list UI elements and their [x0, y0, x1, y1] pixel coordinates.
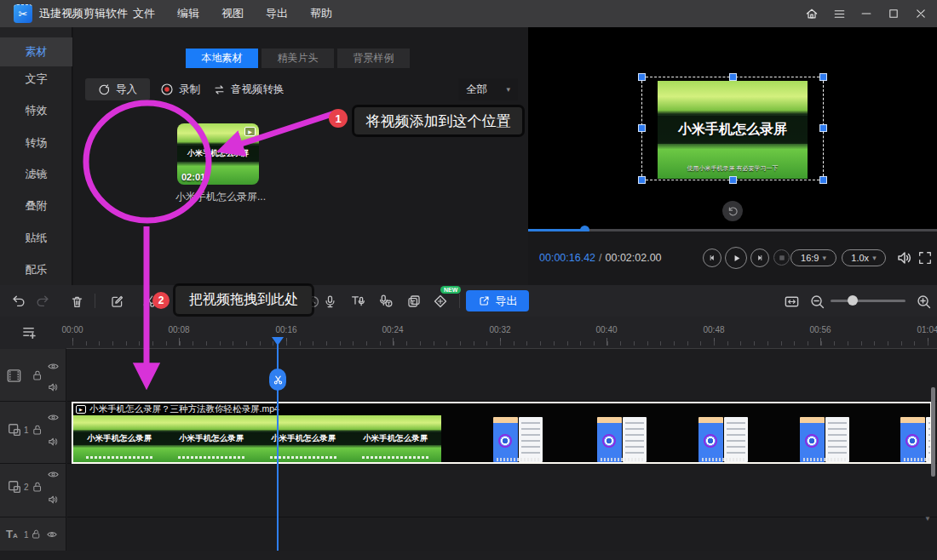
track-header-video	[0, 349, 66, 402]
sidebar-item-filter[interactable]: 滤镜	[0, 160, 72, 189]
fit-timeline-button[interactable]	[782, 292, 801, 311]
maximize-button[interactable]	[886, 6, 901, 21]
scroll-down-icon[interactable]: ▼	[924, 515, 931, 523]
volume-icon[interactable]	[896, 249, 913, 266]
track-header-text: TA 1	[0, 517, 66, 551]
minimize-button[interactable]	[859, 6, 874, 21]
resize-handle-e[interactable]	[820, 125, 826, 131]
undo-button[interactable]	[9, 292, 28, 311]
eye-icon[interactable]	[47, 360, 60, 373]
video-type-icon: ▶	[244, 127, 256, 136]
resize-handle-w[interactable]	[639, 125, 645, 131]
step-tooltip-2: 把视频拖拽到此处	[175, 286, 312, 314]
clip-thumbnail-frame: 小米手机怎么录屏	[257, 415, 349, 462]
ruler-label: 00:40	[595, 325, 617, 334]
export-button[interactable]: 导出	[466, 290, 529, 311]
sidebar-item-sticker[interactable]: 贴纸	[0, 224, 72, 253]
rotate-handle[interactable]	[722, 201, 743, 221]
lock-icon[interactable]	[32, 369, 43, 381]
batch-subtitle-button[interactable]	[405, 292, 423, 311]
menu-edit[interactable]: 编辑	[177, 6, 199, 21]
marker-tag-button[interactable]	[431, 292, 450, 311]
sidebar-item-music[interactable]: 配乐	[0, 255, 72, 284]
lock-icon[interactable]	[31, 529, 42, 540]
sidebar-item-overlay[interactable]: 叠附	[0, 191, 72, 220]
ruler-label: 01:04	[917, 325, 937, 334]
playhead-handle[interactable]	[272, 337, 284, 346]
tab-background-samples[interactable]: 背景样例	[337, 49, 410, 68]
playback-speed-dropdown[interactable]: 1.0x ▾	[842, 249, 886, 266]
window-controls	[804, 0, 928, 27]
track-lane-video[interactable]	[67, 349, 937, 402]
clip-thumbnail-phone	[800, 417, 849, 462]
chevron-down-icon: ▾	[872, 254, 877, 262]
zoom-in-button[interactable]	[914, 292, 933, 311]
play-button[interactable]	[725, 247, 747, 269]
eye-icon[interactable]	[47, 468, 60, 481]
track-lane-pip2[interactable]	[67, 464, 937, 517]
clip-thumbnail-frame: 小米手机怎么录屏	[349, 415, 441, 462]
eye-icon[interactable]	[47, 411, 60, 424]
app-window: ✂ 迅捷视频剪辑软件 文件 编辑 视图 导出 帮助	[0, 0, 937, 560]
menu-file[interactable]: 文件	[133, 6, 155, 21]
voiceover-mic-button[interactable]	[320, 292, 339, 311]
next-frame-button[interactable]	[750, 249, 769, 267]
lock-icon[interactable]	[32, 424, 43, 436]
resize-handle-sw[interactable]	[639, 177, 645, 183]
resize-handle-n[interactable]	[730, 74, 736, 80]
aspect-ratio-dropdown[interactable]: 16:9 ▾	[790, 249, 836, 266]
film-strip-icon	[6, 368, 22, 384]
import-button[interactable]: 导入	[85, 78, 150, 100]
stop-button[interactable]	[773, 249, 790, 266]
add-track-button[interactable]	[21, 324, 37, 340]
convert-button[interactable]: 音视频转换	[213, 78, 285, 100]
home-icon[interactable]	[804, 6, 819, 21]
sidebar-item-transition[interactable]: 转场	[0, 129, 72, 157]
resize-handle-ne[interactable]	[820, 74, 826, 80]
track-volume-icon[interactable]	[47, 436, 59, 448]
export-label: 导出	[496, 294, 518, 309]
eye-icon[interactable]	[46, 529, 58, 540]
playhead-split-button[interactable]	[269, 369, 286, 391]
app-logo-icon: ✂	[14, 4, 32, 23]
redo-button[interactable]	[33, 292, 52, 311]
timeline-clip[interactable]: ▶ 小米手机怎么录屏？三种方法教你轻松录屏.mp4 小米手机怎么录屏 小米手机怎…	[72, 402, 932, 464]
edit-clip-button[interactable]	[107, 292, 126, 311]
zoom-out-button[interactable]	[808, 292, 826, 311]
track-lane-text[interactable]	[67, 517, 937, 551]
tab-intro-templates[interactable]: 精美片头	[262, 49, 334, 68]
track-volume-icon[interactable]	[47, 381, 59, 393]
timeline-zoom-slider[interactable]	[831, 300, 905, 302]
media-filter-dropdown[interactable]: 全部 ▾	[458, 78, 518, 100]
delete-button[interactable]	[67, 292, 86, 311]
track-volume-icon[interactable]	[47, 494, 59, 506]
aspect-ratio-value: 16:9	[801, 253, 819, 263]
close-button[interactable]	[913, 6, 928, 21]
sidebar-item-text[interactable]: 文字	[0, 65, 72, 94]
hamburger-menu-icon[interactable]	[831, 6, 847, 21]
sidebar-item-effects[interactable]: 特效	[0, 96, 72, 125]
zoom-slider-thumb[interactable]	[848, 295, 858, 306]
menubar: 文件 编辑 视图 导出 帮助	[133, 0, 332, 27]
menu-export[interactable]: 导出	[266, 6, 288, 21]
preview-selection-box[interactable]	[641, 77, 824, 180]
tab-local-media[interactable]: 本地素材	[186, 49, 258, 68]
menu-help[interactable]: 帮助	[310, 6, 332, 21]
previous-frame-button[interactable]	[703, 249, 721, 267]
lock-icon[interactable]	[32, 481, 43, 493]
media-item-thumbnail[interactable]: 小米手机怎么录屏 ▶ 02:01	[177, 123, 259, 185]
resize-handle-s[interactable]	[730, 177, 736, 183]
titlebar: ✂ 迅捷视频剪辑软件 文件 编辑 视图 导出 帮助	[0, 0, 937, 27]
vertical-scrollbar-thumb[interactable]	[931, 387, 935, 477]
resize-handle-nw[interactable]	[639, 74, 645, 80]
ruler-label: 00:00	[61, 325, 83, 334]
speech-to-text-button[interactable]	[377, 292, 395, 311]
fullscreen-icon[interactable]	[917, 250, 933, 266]
menu-view[interactable]: 视图	[221, 6, 244, 21]
speed-value: 1.0x	[851, 253, 869, 263]
text-to-speech-button[interactable]	[348, 292, 367, 311]
resize-handle-se[interactable]	[820, 177, 826, 183]
timeline-ruler[interactable]: 00:00 00:08 00:16 00:24 00:32 00:40 00:4…	[0, 317, 937, 349]
record-button[interactable]: 录制	[160, 78, 200, 100]
sidebar-item-media[interactable]: 素材	[0, 37, 72, 66]
